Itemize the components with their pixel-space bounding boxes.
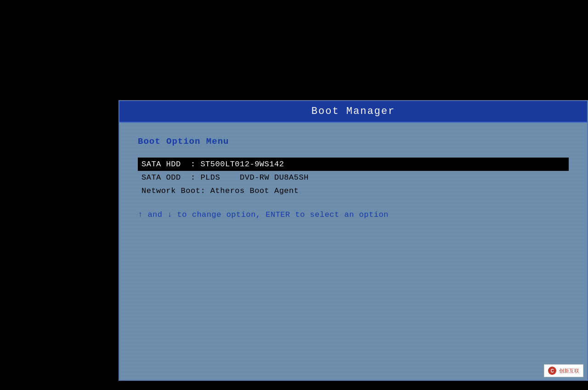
title-bar-text: Boot Manager bbox=[311, 106, 395, 117]
black-border-left bbox=[0, 0, 119, 390]
boot-options-list: SATA HDD : ST500LT012-9WS142 SATA ODD : … bbox=[138, 158, 569, 198]
black-border-top bbox=[119, 0, 588, 100]
section-title: Boot Option Menu bbox=[138, 136, 569, 147]
black-border-bottom bbox=[119, 381, 588, 390]
title-bar: Boot Manager bbox=[119, 101, 587, 123]
watermark: C 创新互联 bbox=[544, 364, 583, 377]
boot-option-network-boot[interactable]: Network Boot: Atheros Boot Agent bbox=[138, 184, 569, 198]
watermark-icon: C bbox=[550, 368, 554, 373]
hint-text: ↑ and ↓ to change option, ENTER to selec… bbox=[138, 210, 569, 219]
content-area: Boot Option Menu SATA HDD : ST500LT012-9… bbox=[119, 123, 587, 233]
boot-option-sata-odd[interactable]: SATA ODD : PLDS DVD-RW DU8A5SH bbox=[138, 171, 569, 184]
boot-option-sata-hdd[interactable]: SATA HDD : ST500LT012-9WS142 bbox=[138, 158, 569, 171]
watermark-text: 创新互联 bbox=[559, 367, 579, 374]
bios-screen: Boot Manager Boot Option Menu SATA HDD :… bbox=[119, 100, 588, 381]
watermark-logo: C bbox=[548, 367, 556, 375]
